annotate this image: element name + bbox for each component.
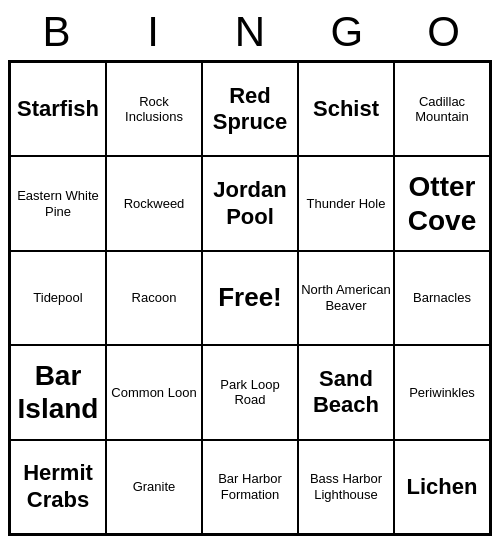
cell-r4-c1: Granite bbox=[106, 440, 202, 534]
cell-r1-c0: Eastern White Pine bbox=[10, 156, 106, 250]
cell-r4-c4: Lichen bbox=[394, 440, 490, 534]
cell-r0-c2: Red Spruce bbox=[202, 62, 298, 156]
cell-r0-c0: Starfish bbox=[10, 62, 106, 156]
cell-r3-c2: Park Loop Road bbox=[202, 345, 298, 439]
cell-r0-c4: Cadillac Mountain bbox=[394, 62, 490, 156]
cell-r2-c4: Barnacles bbox=[394, 251, 490, 345]
cell-r1-c1: Rockweed bbox=[106, 156, 202, 250]
cell-r2-c2: Free! bbox=[202, 251, 298, 345]
cell-r2-c3: North American Beaver bbox=[298, 251, 394, 345]
title-n: N bbox=[202, 8, 299, 56]
title-i: I bbox=[105, 8, 202, 56]
cell-r3-c1: Common Loon bbox=[106, 345, 202, 439]
cell-r1-c4: Otter Cove bbox=[394, 156, 490, 250]
bingo-title: B I N G O bbox=[8, 8, 492, 56]
cell-r0-c3: Schist bbox=[298, 62, 394, 156]
title-o: O bbox=[395, 8, 492, 56]
bingo-grid: StarfishRock InclusionsRed SpruceSchistC… bbox=[8, 60, 492, 536]
cell-r4-c0: Hermit Crabs bbox=[10, 440, 106, 534]
cell-r4-c2: Bar Harbor Formation bbox=[202, 440, 298, 534]
cell-r3-c4: Periwinkles bbox=[394, 345, 490, 439]
cell-r3-c3: Sand Beach bbox=[298, 345, 394, 439]
cell-r2-c1: Racoon bbox=[106, 251, 202, 345]
cell-r1-c3: Thunder Hole bbox=[298, 156, 394, 250]
cell-r0-c1: Rock Inclusions bbox=[106, 62, 202, 156]
title-g: G bbox=[298, 8, 395, 56]
title-b: B bbox=[8, 8, 105, 56]
cell-r2-c0: Tidepool bbox=[10, 251, 106, 345]
cell-r3-c0: Bar Island bbox=[10, 345, 106, 439]
cell-r4-c3: Bass Harbor Lighthouse bbox=[298, 440, 394, 534]
cell-r1-c2: Jordan Pool bbox=[202, 156, 298, 250]
